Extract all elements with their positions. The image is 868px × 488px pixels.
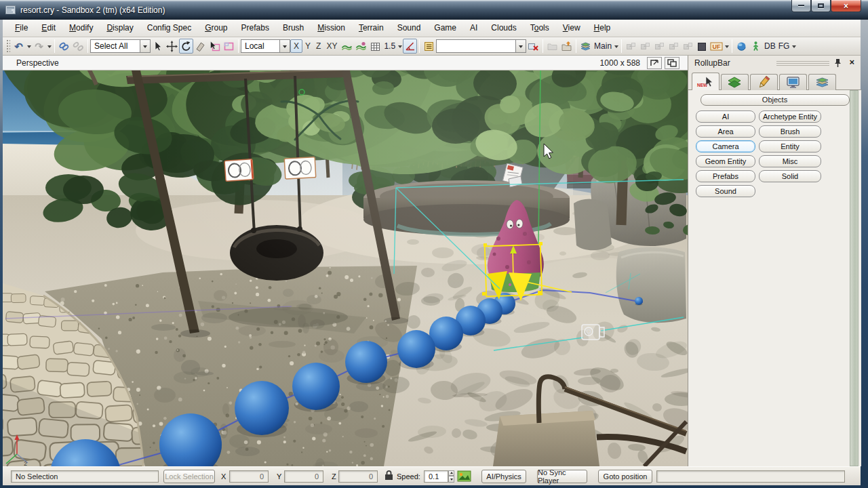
menu-prefabs[interactable]: Prefabs xyxy=(235,20,276,37)
scale-icon[interactable] xyxy=(193,39,208,54)
tab-display[interactable] xyxy=(779,74,807,90)
follow-terrain-icon[interactable] xyxy=(340,39,354,54)
grid-size-value[interactable]: 1.5 xyxy=(382,39,403,53)
group-attach-icon[interactable] xyxy=(624,39,638,54)
link-icon[interactable] xyxy=(57,39,71,54)
menu-display[interactable]: Display xyxy=(100,20,140,37)
snap-grid-icon[interactable] xyxy=(368,39,382,54)
camera-helper-icon[interactable] xyxy=(582,325,604,340)
ai-person-icon[interactable] xyxy=(749,39,763,54)
uf-icon[interactable]: UF xyxy=(709,39,724,54)
main-toolbar: ↶↷Select AllLocalXYZXY1.5MainUFDBFG xyxy=(3,37,861,56)
menu-terrain[interactable]: Terrain xyxy=(352,20,391,37)
menu-file[interactable]: File xyxy=(8,20,35,37)
title-bar[interactable]: resort.cry - Sandbox 2 (tm) (x64 Edition… xyxy=(0,0,868,20)
undo-icon[interactable]: ↶ xyxy=(12,39,26,54)
axis-x-button[interactable]: X xyxy=(290,39,302,53)
select-object-icon[interactable] xyxy=(208,39,222,54)
material-icon[interactable] xyxy=(695,39,709,54)
select-mode-combo-dropdown[interactable] xyxy=(140,39,151,53)
speed-input[interactable]: 0.1 xyxy=(424,470,448,483)
select-mode-combo[interactable]: Select All xyxy=(90,39,151,53)
lock-axis-icon[interactable] xyxy=(384,469,394,483)
object-type-area[interactable]: Area xyxy=(696,125,755,138)
fg-label[interactable]: FG xyxy=(777,39,797,53)
select-icon[interactable] xyxy=(151,39,165,54)
viewport-layout-icon[interactable] xyxy=(665,57,679,69)
group-detach-icon[interactable] xyxy=(638,39,652,54)
object-type-solid[interactable]: Solid xyxy=(759,170,821,182)
group-ungroup-icon[interactable] xyxy=(681,39,695,54)
menu-tools[interactable]: Tools xyxy=(524,20,556,37)
menu-group[interactable]: Group xyxy=(198,20,234,37)
menu-sound[interactable]: Sound xyxy=(391,20,428,37)
menu-game[interactable]: Game xyxy=(427,20,463,37)
axis-z-button[interactable]: Z xyxy=(313,39,323,53)
tab-terrain[interactable] xyxy=(721,74,749,90)
y-value-field[interactable]: 0 xyxy=(284,470,323,483)
tab-layers[interactable] xyxy=(808,74,836,90)
group-close-icon[interactable] xyxy=(667,39,681,54)
objects-section-header[interactable]: Objects xyxy=(701,94,850,106)
viewport-popout-icon[interactable] xyxy=(647,57,662,69)
menu-brush[interactable]: Brush xyxy=(276,20,311,37)
move-icon[interactable] xyxy=(165,39,179,54)
redo-icon[interactable]: ↷ xyxy=(32,39,46,54)
group-open-icon[interactable] xyxy=(652,39,667,54)
coords-combo-dropdown[interactable] xyxy=(280,39,290,53)
minimize-button[interactable] xyxy=(791,0,811,12)
delete-selection-icon[interactable] xyxy=(526,39,540,54)
physics-icon[interactable] xyxy=(734,39,749,54)
x-value-field[interactable]: 0 xyxy=(229,470,269,483)
z-value-field[interactable]: 0 xyxy=(338,470,378,483)
viewport-scene[interactable]: 2y xyxy=(3,70,688,466)
pin-icon[interactable] xyxy=(834,58,842,70)
object-type-sound[interactable]: Sound xyxy=(696,185,755,197)
menu-config-spec[interactable]: Config Spec xyxy=(140,20,198,37)
axis-y-button[interactable]: Y xyxy=(302,39,313,53)
rollup-close-icon[interactable]: × xyxy=(849,58,854,67)
db-label[interactable]: DB xyxy=(763,41,777,51)
axis-xy-button[interactable]: XY xyxy=(323,39,340,53)
tab-modelling[interactable] xyxy=(750,74,778,90)
object-type-camera[interactable]: Camera xyxy=(696,140,755,152)
snap-terrain-icon[interactable] xyxy=(354,39,368,54)
unlink-icon[interactable] xyxy=(71,39,85,54)
lock-selection-button[interactable]: Lock Selection xyxy=(163,470,215,483)
object-type-brush[interactable]: Brush xyxy=(759,125,821,138)
object-type-archetype-entity[interactable]: Archetype Entity xyxy=(759,110,821,123)
object-type-geom-entity[interactable]: Geom Entity xyxy=(696,155,755,167)
object-type-ai[interactable]: AI xyxy=(696,110,755,123)
menu-modify[interactable]: Modify xyxy=(62,20,100,37)
menu-help[interactable]: Help xyxy=(587,20,618,37)
menu-mission[interactable]: Mission xyxy=(311,20,352,37)
coords-combo[interactable]: Local xyxy=(241,39,290,53)
close-button[interactable]: × xyxy=(831,0,861,12)
area-select-icon[interactable] xyxy=(222,39,236,54)
ai-physics-button[interactable]: AI/Physics xyxy=(481,470,526,483)
open-layer-icon[interactable] xyxy=(545,39,559,54)
snap-angle-icon[interactable] xyxy=(403,39,417,54)
maximize-button[interactable] xyxy=(811,0,831,12)
menu-ai[interactable]: AI xyxy=(463,20,484,37)
named-selection-icon[interactable] xyxy=(422,39,436,54)
object-type-misc[interactable]: Misc xyxy=(759,155,821,167)
menu-view[interactable]: View xyxy=(556,20,587,37)
object-type-prefabs[interactable]: Prefabs xyxy=(696,170,755,182)
terrain-collision-icon[interactable] xyxy=(457,470,471,484)
rotate-icon[interactable] xyxy=(179,39,193,54)
object-type-entity[interactable]: Entity xyxy=(759,140,821,152)
selection-set-combo-dropdown[interactable] xyxy=(516,39,526,53)
selection-set-combo[interactable] xyxy=(436,39,526,53)
no-sync-player-button[interactable]: No Sync Player xyxy=(537,470,587,483)
rollup-scrollbar[interactable] xyxy=(850,90,859,466)
rollup-header[interactable]: RollupBar × xyxy=(688,56,861,71)
export-layer-icon[interactable] xyxy=(559,39,574,54)
layers-icon[interactable] xyxy=(578,39,593,54)
layer-name[interactable]: Main xyxy=(593,39,619,53)
menu-edit[interactable]: Edit xyxy=(35,20,62,37)
tab-objects[interactable]: NEW xyxy=(692,73,719,90)
menu-clouds[interactable]: Clouds xyxy=(484,20,523,37)
goto-position-button[interactable]: Goto position xyxy=(598,470,652,483)
speed-spinner[interactable] xyxy=(448,470,454,483)
